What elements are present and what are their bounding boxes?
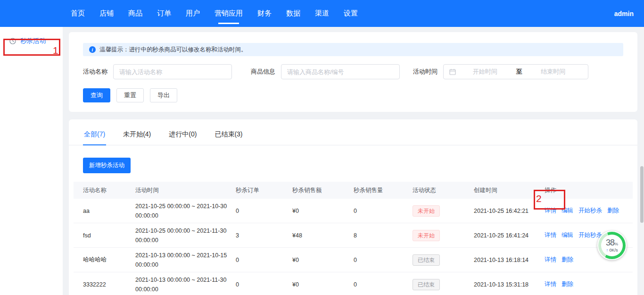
cell-orders: 0 bbox=[236, 208, 292, 214]
cell-status: 已结束 bbox=[413, 254, 474, 266]
cell-sales-qty: 0 bbox=[354, 281, 413, 288]
table-body: aa2021-10-25 00:00:00 ~ 2021-10-30 00:00… bbox=[74, 199, 633, 295]
cell-orders: 0 bbox=[236, 281, 292, 288]
cell-orders: 0 bbox=[236, 257, 292, 263]
speed-widget-inner: 38% ↑ 0K/s bbox=[601, 235, 623, 256]
info-icon: i bbox=[89, 46, 96, 53]
up-arrow-icon: ↑ bbox=[606, 248, 608, 253]
nav-item-finance[interactable]: 财务 bbox=[257, 0, 272, 27]
tab-in-progress[interactable]: 进行中(0) bbox=[168, 125, 198, 145]
nav-item-users[interactable]: 用户 bbox=[186, 0, 200, 27]
cell-sales-amount: ¥48 bbox=[292, 232, 354, 239]
top-nav: 首页店铺商品订单用户营销应用财务数据渠道设置 admin bbox=[0, 0, 644, 27]
col-header-created: 创建时间 bbox=[474, 186, 545, 194]
nav-item-home[interactable]: 首页 bbox=[71, 0, 85, 27]
filter-activity-time: 活动时间 开始时间 至 结束时间 bbox=[413, 64, 588, 79]
sidebar-item-seckill[interactable]: 秒杀活动 bbox=[0, 27, 63, 51]
nav-item-orders[interactable]: 订单 bbox=[157, 0, 171, 27]
cell-created: 2021-10-13 16:18:14 bbox=[474, 257, 545, 263]
action-start-seckill-link[interactable]: 开始秒杀 bbox=[578, 232, 602, 238]
filter-product-info: 商品信息 bbox=[251, 64, 400, 79]
cell-time: 2021-10-13 00:00:00 ~ 2021-10-15 00:00:0… bbox=[135, 251, 236, 270]
start-time-placeholder[interactable]: 开始时间 bbox=[456, 67, 514, 76]
table-row: 哈哈哈哈2021-10-13 00:00:00 ~ 2021-10-15 00:… bbox=[74, 248, 633, 272]
table-row: 33322222021-10-13 00:00:00 ~ 2021-11-30 … bbox=[74, 272, 633, 295]
status-badge: 已结束 bbox=[413, 254, 440, 266]
sidebar-item-label: 秒杀活动 bbox=[20, 37, 46, 45]
cell-name: fsd bbox=[74, 232, 135, 239]
cell-status: 已结束 bbox=[413, 279, 474, 290]
status-badge: 未开始 bbox=[413, 230, 440, 241]
network-speed-widget[interactable]: 38% ↑ 0K/s bbox=[597, 231, 627, 260]
cell-name: 3332222 bbox=[74, 281, 135, 288]
action-detail-link[interactable]: 详情 bbox=[545, 256, 556, 263]
calendar-icon bbox=[449, 68, 456, 75]
cell-orders: 3 bbox=[236, 232, 292, 239]
action-start-seckill-link[interactable]: 开始秒杀 bbox=[578, 207, 602, 214]
scrollbar-thumb[interactable] bbox=[640, 166, 644, 223]
cell-status: 未开始 bbox=[413, 230, 474, 241]
col-header-actions: 操作 bbox=[545, 186, 633, 194]
end-time-placeholder[interactable]: 结束时间 bbox=[524, 67, 583, 76]
reset-button[interactable]: 重置 bbox=[116, 88, 144, 102]
tab-all[interactable]: 全部(7) bbox=[83, 125, 106, 145]
export-button[interactable]: 导出 bbox=[150, 88, 177, 102]
cell-actions: 详情删除 bbox=[545, 280, 633, 288]
nav-item-channel[interactable]: 渠道 bbox=[315, 0, 329, 27]
action-detail-link[interactable]: 详情 bbox=[545, 232, 556, 238]
cell-status: 未开始 bbox=[413, 205, 474, 217]
cell-name: 哈哈哈哈 bbox=[74, 256, 135, 264]
clock-icon bbox=[9, 38, 16, 44]
tip-text: 温馨提示：进行中的秒杀商品可以修改名称和活动时间。 bbox=[99, 46, 247, 54]
cell-sales-qty: 0 bbox=[354, 208, 413, 214]
col-header-orders: 秒杀订单 bbox=[236, 186, 292, 194]
cell-created: 2021-10-13 15:31:18 bbox=[474, 281, 545, 288]
table-row: fsd2021-10-25 00:00:00 ~ 2021-11-30 00:0… bbox=[74, 223, 633, 248]
cell-actions: 详情编辑开始秒杀删除 bbox=[545, 207, 633, 215]
memory-percent: 38% bbox=[606, 238, 618, 247]
nav-item-marketing[interactable]: 营销应用 bbox=[215, 0, 243, 27]
filter-activity-name: 活动名称 bbox=[83, 64, 232, 79]
main-content: i 温馨提示：进行中的秒杀商品可以修改名称和活动时间。 活动名称 商品信息 活动… bbox=[63, 27, 644, 295]
action-delete-link[interactable]: 删除 bbox=[561, 281, 573, 287]
cell-sales-qty: 0 bbox=[354, 257, 413, 263]
action-detail-link[interactable]: 详情 bbox=[545, 207, 556, 214]
top-nav-items: 首页店铺商品订单用户营销应用财务数据渠道设置 bbox=[71, 0, 372, 27]
table-row: aa2021-10-25 00:00:00 ~ 2021-10-30 00:00… bbox=[74, 199, 633, 223]
tab-ended[interactable]: 已结束(3) bbox=[214, 125, 243, 145]
activity-name-label: 活动名称 bbox=[83, 67, 107, 76]
activity-name-input[interactable] bbox=[113, 64, 232, 79]
action-edit-link[interactable]: 编辑 bbox=[561, 232, 573, 238]
action-delete-link[interactable]: 删除 bbox=[607, 207, 619, 214]
date-range-picker[interactable]: 开始时间 至 结束时间 bbox=[443, 64, 588, 79]
current-user[interactable]: admin bbox=[614, 10, 634, 17]
nav-item-shop[interactable]: 店铺 bbox=[99, 0, 114, 27]
action-delete-link[interactable]: 删除 bbox=[561, 256, 573, 263]
tip-bar: i 温馨提示：进行中的秒杀商品可以修改名称和活动时间。 bbox=[83, 43, 623, 56]
status-tabs: 全部(7)未开始(4)进行中(0)已结束(3) bbox=[69, 125, 637, 145]
table-header-row: 活动名称活动时间秒杀订单秒杀销售额秒杀销售量活动状态创建时间操作 bbox=[74, 182, 633, 199]
action-edit-link[interactable]: 编辑 bbox=[561, 207, 573, 214]
cell-name: aa bbox=[74, 208, 135, 214]
tab-not-started[interactable]: 未开始(4) bbox=[122, 125, 152, 145]
product-info-label: 商品信息 bbox=[251, 67, 275, 76]
action-detail-link[interactable]: 详情 bbox=[545, 281, 556, 287]
col-header-sales-amount: 秒杀销售额 bbox=[292, 186, 354, 194]
activity-list-card: 全部(7)未开始(4)进行中(0)已结束(3) 新增秒杀活动 活动名称活动时间秒… bbox=[69, 119, 637, 295]
filter-form: 活动名称 商品信息 活动时间 bbox=[83, 64, 623, 79]
add-seckill-button[interactable]: 新增秒杀活动 bbox=[83, 158, 131, 173]
cell-created: 2021-10-25 16:41:24 bbox=[474, 232, 545, 239]
nav-item-settings[interactable]: 设置 bbox=[344, 0, 358, 27]
filter-buttons: 查询 重置 导出 bbox=[83, 88, 623, 102]
search-button[interactable]: 查询 bbox=[83, 88, 110, 102]
nav-item-data[interactable]: 数据 bbox=[286, 0, 300, 27]
nav-item-goods[interactable]: 商品 bbox=[128, 0, 142, 27]
product-info-input[interactable] bbox=[281, 64, 400, 79]
filter-card: i 温馨提示：进行中的秒杀商品可以修改名称和活动时间。 活动名称 商品信息 活动… bbox=[69, 32, 637, 112]
activity-table: 活动名称活动时间秒杀订单秒杀销售额秒杀销售量活动状态创建时间操作 aa2021-… bbox=[74, 182, 633, 295]
col-header-status: 活动状态 bbox=[413, 186, 474, 194]
cell-sales-amount: ¥0 bbox=[292, 208, 354, 214]
upload-speed: ↑ 0K/s bbox=[606, 248, 618, 253]
scrollbar-track[interactable] bbox=[640, 27, 644, 295]
cell-time: 2021-10-25 00:00:00 ~ 2021-10-30 00:00:0… bbox=[135, 202, 236, 220]
